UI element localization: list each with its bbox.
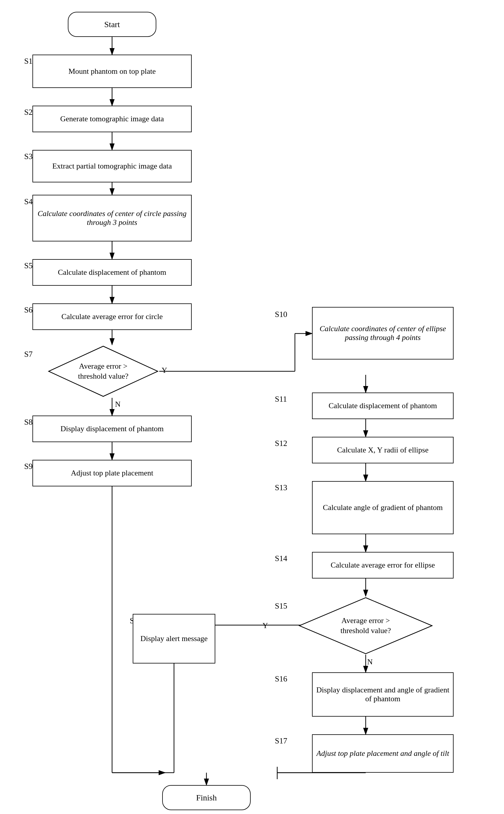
s12-text: Calculate X, Y radii of ellipse (337, 446, 429, 454)
s3-label: S3 (24, 152, 33, 161)
s1-text: Mount phantom on top plate (68, 67, 156, 76)
svg-marker-31 (49, 346, 158, 396)
s1-label: S1 (24, 57, 33, 66)
s7-decision: Average error > threshold value? (47, 345, 159, 398)
s1-process: Mount phantom on top plate (32, 55, 192, 88)
s17-process: Adjust top plate placement and angle of … (312, 734, 454, 773)
s15-decision: Average error > threshold value? (298, 596, 434, 655)
s6-process: Calculate average error for circle (32, 303, 192, 330)
s9-process: Adjust top plate placement (32, 460, 192, 486)
s15-label: S15 (275, 601, 287, 610)
s18-process: Display alert message (133, 614, 215, 664)
s16-label: S16 (275, 675, 287, 684)
svg-marker-32 (299, 598, 432, 654)
s7-n-label: N (115, 400, 121, 409)
s4-process: Calculate coordinates of center of circl… (32, 195, 192, 242)
s6-text: Calculate average error for circle (61, 312, 163, 321)
s6-label: S6 (24, 306, 33, 315)
s16-process: Display displacement and angle of gradie… (312, 672, 454, 717)
s2-text: Generate tomographic image data (60, 114, 164, 123)
s13-label: S13 (275, 483, 287, 492)
s18-text: Display alert message (140, 634, 208, 643)
s5-label: S5 (24, 261, 33, 270)
s8-label: S8 (24, 418, 33, 427)
s12-process: Calculate X, Y radii of ellipse (312, 437, 454, 463)
s15-y-label: Y (262, 621, 268, 630)
s8-process: Display displacement of phantom (32, 416, 192, 442)
s13-process: Calculate angle of gradient of phantom (312, 481, 454, 534)
s14-process: Calculate average error for ellipse (312, 552, 454, 578)
s7-label: S7 (24, 350, 33, 359)
s4-label: S4 (24, 197, 33, 206)
start-label: Start (104, 20, 120, 29)
s11-text: Calculate displacement of phantom (329, 401, 437, 410)
s10-process: Calculate coordinates of center of ellip… (312, 307, 454, 360)
s14-label: S14 (275, 554, 287, 563)
s9-label: S9 (24, 462, 33, 471)
s12-label: S12 (275, 439, 287, 448)
s14-text: Calculate average error for ellipse (331, 561, 435, 569)
flowchart: Start S1 Mount phantom on top plate S2 G… (0, 0, 504, 814)
s4-text: Calculate coordinates of center of circl… (36, 209, 188, 227)
s3-text: Extract partial tomographic image data (52, 162, 172, 170)
s11-label: S11 (275, 395, 287, 404)
s9-text: Adjust top plate placement (71, 469, 153, 477)
finish-terminal: Finish (162, 785, 251, 810)
s17-label: S17 (275, 736, 287, 746)
finish-label: Finish (196, 793, 217, 802)
s2-process: Generate tomographic image data (32, 106, 192, 132)
s8-text: Display displacement of phantom (60, 424, 164, 433)
s10-label: S10 (275, 310, 287, 319)
s15-n-label: N (367, 658, 373, 667)
s5-text: Calculate displacement of phantom (58, 268, 166, 277)
s2-label: S2 (24, 108, 33, 117)
start-terminal: Start (68, 12, 156, 37)
s10-text: Calculate coordinates of center of ellip… (316, 324, 450, 342)
s5-process: Calculate displacement of phantom (32, 259, 192, 286)
s16-text: Display displacement and angle of gradie… (316, 686, 450, 703)
s13-text: Calculate angle of gradient of phantom (323, 503, 443, 512)
s17-text: Adjust top plate placement and angle of … (316, 749, 449, 758)
s3-process: Extract partial tomographic image data (32, 150, 192, 182)
s7-y-label: Y (162, 366, 167, 375)
s11-process: Calculate displacement of phantom (312, 393, 454, 419)
